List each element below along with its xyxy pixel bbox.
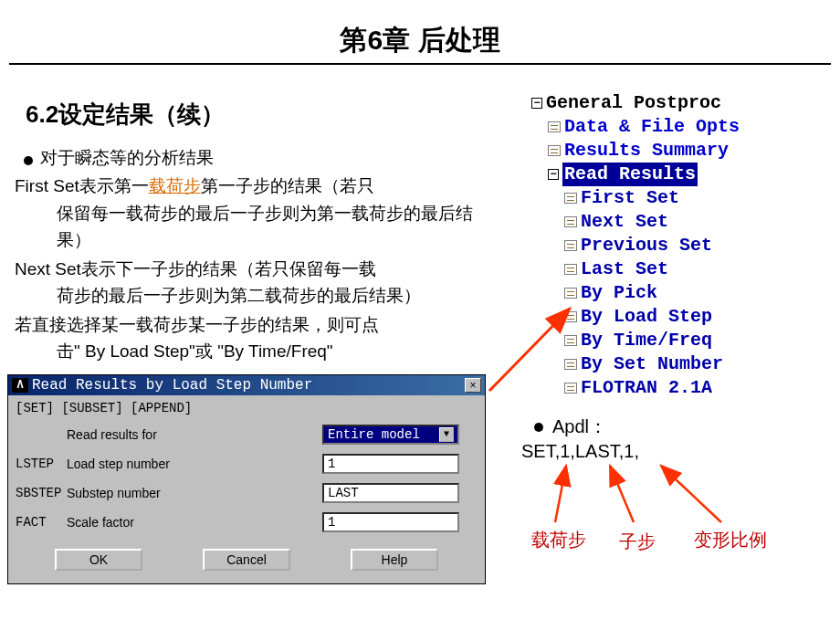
content-text: 对于瞬态等的分析结果 First Set表示第一载荷步第一子步的结果（若只 保留… [15, 144, 480, 365]
text: 击" By Load Step"或 "By Time/Freq" [15, 338, 480, 364]
input-sbstep[interactable]: LAST [322, 483, 459, 503]
text: 若直接选择某一载荷步某一子步的结果，则可点 [15, 315, 379, 334]
row-fact: FACT Scale factor 1 [16, 512, 478, 532]
apdl-command: SET,1,LAST,1, [521, 441, 639, 462]
dialog-header-codes: [SET] [SUBSET] [APPEND] [16, 401, 478, 415]
menu-icon [564, 288, 577, 299]
chevron-down-icon[interactable]: ▼ [439, 427, 454, 442]
menu-icon [564, 359, 577, 370]
bullet-text: 对于瞬态等的分析结果 [40, 144, 214, 171]
text: First Set表示第一 [15, 176, 149, 195]
text: 荷步的最后一子步则为第二载荷步的最后结果） [15, 282, 480, 309]
tree-item-by-time-freq[interactable]: By Time/Freq [531, 329, 824, 352]
tree-item-previous-set[interactable]: Previous Set [531, 234, 824, 257]
label-sbstep: Substep number [67, 486, 322, 500]
menu-icon [564, 240, 577, 251]
menu-icon [564, 216, 577, 227]
title-underline [9, 63, 831, 65]
paragraph-next-set: Next Set表示下一子步的结果（若只保留每一载 荷步的最后一子步则为第二载荷… [15, 256, 480, 310]
apdl-label: Apdl： [552, 415, 607, 439]
tree-item-results-summary[interactable]: Results Summary [531, 139, 824, 163]
tree-item-by-load-step[interactable]: By Load Step [531, 305, 824, 329]
collapse-icon[interactable]: − [531, 98, 542, 109]
bullet-item: Apdl： [521, 415, 639, 439]
dialog-buttons: OK Cancel Help [16, 549, 478, 574]
text: 第一子步的结果（若只 [201, 176, 374, 195]
tree-item-by-pick[interactable]: By Pick [531, 281, 824, 305]
paragraph-first-set: First Set表示第一载荷步第一子步的结果（若只 保留每一载荷步的最后一子步… [15, 173, 480, 253]
tree-label: Last Set [581, 257, 668, 281]
tree-item-data-file-opts[interactable]: Data & File Opts [531, 115, 824, 139]
menu-icon [564, 335, 577, 346]
tree-label: General Postproc [546, 91, 721, 115]
paragraph-by-load-step: 若直接选择某一载荷步某一子步的结果，则可点 击" By Load Step"或 … [15, 311, 480, 365]
annotation-substep: 子步 [619, 530, 656, 554]
bullet-dot-icon [24, 156, 33, 165]
svg-line-2 [610, 466, 634, 522]
tree-label: By Time/Freq [581, 329, 712, 352]
tree-label: FLOTRAN 2.1A [581, 376, 712, 400]
input-fact[interactable]: 1 [322, 512, 459, 532]
menu-icon [548, 121, 561, 132]
text: 保留每一载荷步的最后一子步则为第一载荷步的最后结果） [15, 200, 480, 254]
svg-line-3 [661, 466, 721, 522]
text: Next Set表示下一子步的结果（若只保留每一载 [15, 259, 376, 278]
svg-line-1 [555, 466, 566, 522]
dialog-title-text: Read Results by Load Step Number [32, 377, 465, 394]
close-button[interactable]: × [465, 378, 481, 393]
tree-label: By Pick [581, 281, 657, 305]
tree-label: Next Set [581, 210, 668, 234]
menu-icon [564, 264, 577, 275]
label-read-results-for: Read results for [67, 427, 322, 442]
bullet-dot-icon [534, 423, 543, 432]
section-subtitle: 6.2设定结果（续） [26, 99, 225, 131]
annotation-load-step: 载荷步 [531, 528, 586, 552]
row-sbstep: SBSTEP Substep number LAST [16, 483, 478, 503]
menu-icon [548, 145, 561, 156]
tree-item-by-set-number[interactable]: By Set Number [531, 352, 824, 376]
code-fact: FACT [16, 515, 67, 530]
link-load-step[interactable]: 载荷步 [149, 176, 201, 195]
tree-label-selected: Read Results [562, 163, 698, 186]
tree-item-read-results[interactable]: −Read Results [531, 163, 824, 186]
tree-label: By Load Step [581, 305, 712, 329]
tree-label: Previous Set [581, 234, 712, 257]
tree-label: Results Summary [564, 139, 729, 163]
select-entire-model[interactable]: Entire model ▼ [322, 425, 459, 445]
dialog-titlebar[interactable]: Λ Read Results by Load Step Number × [8, 375, 485, 395]
input-lstep[interactable]: 1 [322, 454, 459, 474]
tree-label: By Set Number [581, 352, 723, 376]
read-results-dialog: Λ Read Results by Load Step Number × [SE… [7, 374, 486, 584]
ok-button[interactable]: OK [55, 549, 142, 571]
annotation-scale: 变形比例 [694, 528, 767, 552]
tree-label: Data & File Opts [564, 115, 740, 139]
menu-icon [564, 193, 577, 204]
label-fact: Scale factor [67, 515, 322, 530]
code-sbstep: SBSTEP [16, 486, 67, 500]
cancel-button[interactable]: Cancel [203, 549, 290, 571]
row-read-results-for: Read results for Entire model ▼ [16, 425, 478, 445]
tree-label: First Set [581, 186, 679, 210]
slide-title: 第6章 后处理 [0, 0, 840, 59]
help-button[interactable]: Help [351, 549, 438, 571]
dialog-body: [SET] [SUBSET] [APPEND] Read results for… [8, 395, 485, 583]
menu-icon [564, 383, 577, 394]
ansys-menu-tree: −General Postproc Data & File Opts Resul… [531, 91, 824, 400]
menu-icon [564, 311, 577, 322]
code-lstep: LSTEP [16, 457, 67, 471]
app-icon: Λ [12, 378, 28, 393]
label-lstep: Load step number [67, 457, 322, 471]
tree-item-flotran[interactable]: FLOTRAN 2.1A [531, 376, 824, 400]
collapse-icon[interactable]: − [548, 169, 559, 180]
bullet-item: 对于瞬态等的分析结果 [15, 144, 480, 171]
tree-item-first-set[interactable]: First Set [531, 186, 824, 210]
select-value: Entire model [328, 427, 420, 442]
apdl-block: Apdl： SET,1,LAST,1, [521, 415, 639, 462]
tree-root[interactable]: −General Postproc [531, 91, 824, 115]
row-lstep: LSTEP Load step number 1 [16, 454, 478, 474]
tree-item-last-set[interactable]: Last Set [531, 257, 824, 281]
tree-item-next-set[interactable]: Next Set [531, 210, 824, 234]
